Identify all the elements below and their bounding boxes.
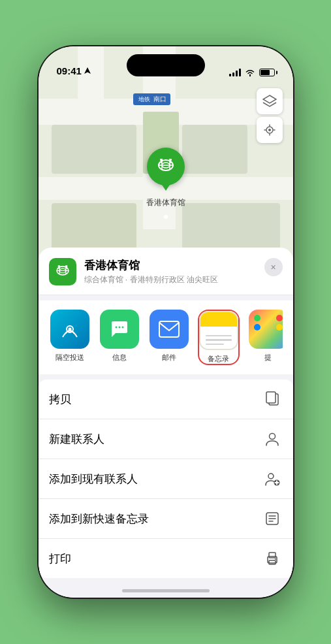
action-row-print[interactable]: 打印: [39, 539, 293, 578]
svg-marker-0: [84, 67, 91, 74]
share-row: 隔空投送 信息: [39, 300, 293, 374]
location-button[interactable]: [257, 117, 283, 143]
stadium-icon: [155, 156, 176, 177]
more-label: 提: [264, 353, 272, 362]
pin-circle: [147, 148, 185, 185]
print-icon: [262, 548, 283, 569]
svg-point-30: [268, 474, 274, 479]
subway-label: 地铁 南口: [133, 93, 170, 105]
map-layers-button[interactable]: [257, 88, 283, 114]
svg-rect-39: [269, 553, 276, 558]
pin-dot: [164, 215, 168, 219]
location-name: 香港体育馆: [84, 258, 257, 273]
messages-icon: [100, 310, 139, 349]
home-indicator: [122, 589, 210, 592]
pin-label: 香港体育馆: [146, 197, 185, 208]
wifi-icon: [245, 69, 255, 76]
action-rows: 拷贝 新建联系人: [39, 379, 293, 578]
svg-point-24: [118, 327, 120, 329]
battery-icon: [259, 69, 275, 76]
layers-icon: [262, 95, 277, 108]
note-icon: [262, 508, 283, 529]
share-items-list: 隔空投送 信息: [49, 310, 283, 365]
compass-icon: [264, 124, 276, 136]
svg-point-23: [115, 327, 117, 329]
share-item-more[interactable]: 提: [247, 310, 283, 365]
svg-rect-11: [169, 159, 172, 161]
map-controls: [257, 88, 283, 146]
action-row-copy[interactable]: 拷贝: [39, 379, 293, 419]
location-description: 综合体育馆 · 香港特别行政区 油尖旺区: [84, 274, 257, 285]
person-icon: [262, 428, 283, 449]
action-label-print: 打印: [49, 551, 71, 566]
share-item-messages[interactable]: 信息: [99, 310, 140, 365]
person-add-icon: [262, 468, 283, 489]
bottom-sheet: 香港体育馆 综合体育馆 · 香港特别行政区 油尖旺区 ×: [39, 248, 293, 598]
share-item-airdrop[interactable]: 隔空投送: [49, 310, 91, 365]
dynamic-island: [127, 54, 205, 76]
svg-rect-40: [269, 560, 276, 564]
location-arrow-icon: [84, 67, 91, 75]
action-label-quick-note: 添加到新快速备忘录: [49, 511, 149, 526]
action-label-new-contact: 新建联系人: [49, 432, 104, 447]
status-icons: [229, 69, 275, 76]
svg-point-41: [275, 558, 276, 560]
action-label-copy: 拷贝: [49, 392, 71, 407]
phone-frame: 09:41: [39, 46, 293, 598]
signal-icon: [229, 69, 241, 76]
svg-point-22: [68, 328, 71, 331]
action-label-add-contact: 添加到现有联系人: [49, 472, 138, 487]
location-info: 香港体育馆 综合体育馆 · 香港特别行政区 油尖旺区: [84, 258, 257, 285]
share-item-notes[interactable]: 备忘录: [198, 310, 240, 365]
airdrop-label: 隔空投送: [55, 353, 84, 362]
action-row-add-contact[interactable]: 添加到现有联系人: [39, 459, 293, 499]
mail-app-icon: [150, 310, 189, 349]
svg-point-25: [121, 327, 123, 329]
svg-rect-19: [57, 265, 59, 266]
venue-icon: [49, 258, 76, 285]
copy-icon: [262, 389, 283, 410]
notes-app-icon: [199, 311, 238, 350]
svg-rect-28: [266, 392, 276, 403]
clock: 09:41: [57, 65, 82, 76]
action-row-new-contact[interactable]: 新建联系人: [39, 419, 293, 459]
airdrop-icon: [50, 310, 89, 349]
location-header: 香港体育馆 综合体育馆 · 香港特别行政区 油尖旺区 ×: [39, 248, 293, 295]
svg-rect-26: [159, 321, 179, 337]
venue-stadium-icon: [54, 263, 71, 280]
svg-rect-20: [65, 265, 67, 266]
messages-label: 信息: [112, 353, 127, 362]
action-row-quick-note[interactable]: 添加到新快速备忘录: [39, 499, 293, 539]
svg-point-29: [269, 434, 275, 440]
home-indicator-area: [39, 578, 293, 598]
status-time: 09:41: [57, 65, 91, 76]
mail-label: 邮件: [162, 353, 176, 362]
svg-point-2: [268, 129, 271, 131]
close-button[interactable]: ×: [264, 258, 283, 276]
svg-rect-10: [160, 159, 163, 161]
notes-label: 备忘录: [208, 354, 229, 364]
share-item-mail[interactable]: 邮件: [148, 310, 190, 365]
location-pin[interactable]: 香港体育馆: [146, 148, 185, 208]
more-icon: [249, 310, 283, 349]
phone-screen: 09:41: [39, 46, 293, 598]
